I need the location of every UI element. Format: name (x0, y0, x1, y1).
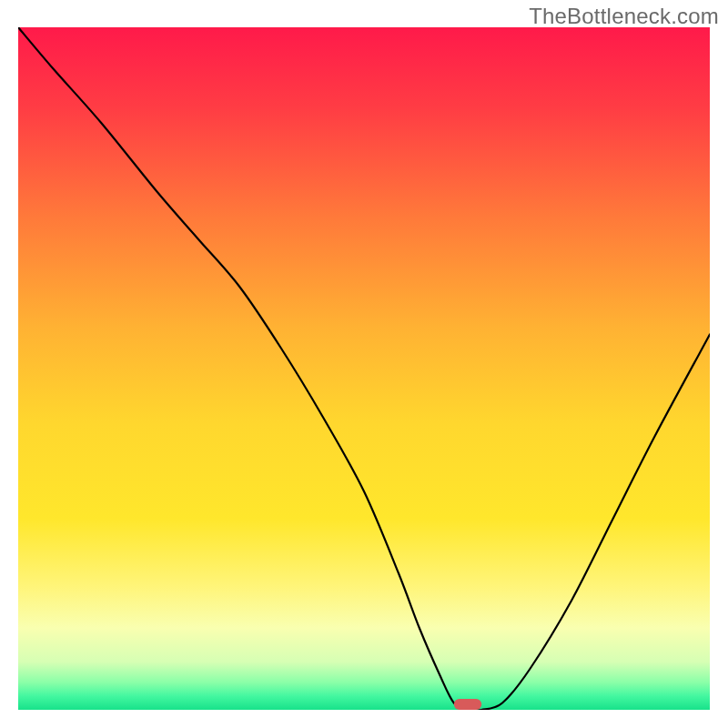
gradient-background (18, 27, 710, 710)
chart-root: TheBottleneck.com (0, 0, 728, 728)
optimal-range-marker (454, 699, 481, 710)
watermark-label: TheBottleneck.com (529, 4, 719, 29)
chart-svg (18, 27, 710, 710)
plot-area (18, 27, 710, 710)
